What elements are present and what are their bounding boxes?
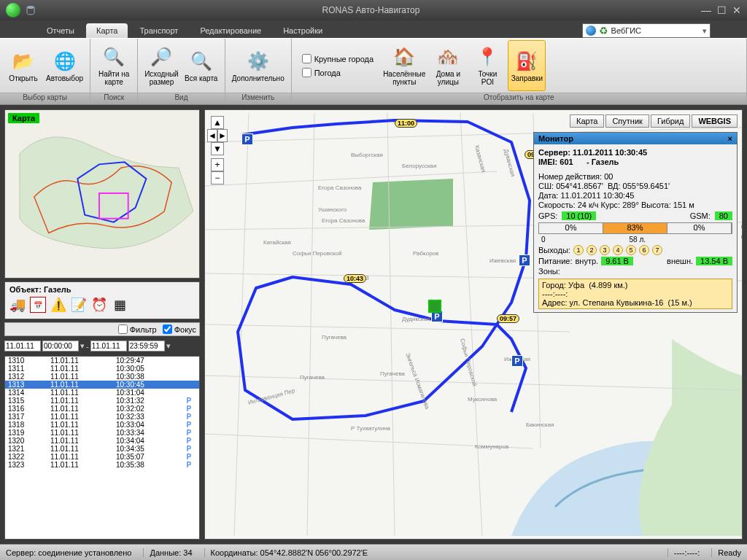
fuel-button[interactable]: ⛽ Заправки [508, 40, 546, 91]
tab-settings[interactable]: Настройки [273, 23, 333, 38]
zoom-fit-icon: 🔍 [190, 50, 213, 73]
big-cities-checkbox[interactable]: Крупные города [302, 54, 374, 63]
status-data: Данные: 34 [143, 548, 192, 557]
event-row[interactable]: 131011.01.1110:29:47 [5, 357, 199, 365]
gear-icon: ⚙️ [247, 50, 270, 73]
maptype-hybrid[interactable]: Гибрид [651, 114, 690, 128]
events-list[interactable]: 131011.01.1110:29:47131111.01.1110:30:05… [4, 356, 200, 540]
status-dashes: ----:----: [667, 548, 700, 557]
event-row[interactable]: 131611.01.1110:32:02P [5, 405, 199, 413]
original-size-button[interactable]: 🔎 Исходный размер [142, 40, 181, 91]
event-row[interactable]: 132111.01.1110:34:35P [5, 445, 199, 453]
monitor-title: Монитор [538, 134, 573, 143]
tab-map[interactable]: Карта [86, 23, 128, 38]
pan-right-button[interactable]: ► [217, 129, 228, 142]
alert-icon[interactable]: ⚠️ [50, 297, 66, 313]
grid-icon[interactable]: ▦ [112, 297, 128, 313]
tab-editing[interactable]: Редактирование [190, 23, 271, 38]
svg-text:Ушинского: Ушинского [318, 206, 347, 213]
status-bar: Сервер: соединение установлено Данные: 3… [0, 544, 747, 560]
svg-text:Р Тухватулина: Р Тухватулина [351, 425, 391, 432]
svg-text:Белорусская: Белорусская [402, 163, 436, 169]
overview-map[interactable]: Карта [4, 109, 200, 279]
focus-checkbox[interactable]: Фокус [163, 324, 196, 334]
webgis-selector[interactable]: ♻ ВебГИС ▾ [582, 23, 711, 38]
calendar-icon[interactable]: 📅 [30, 297, 46, 313]
event-row[interactable]: 131211.01.1110:30:38 [5, 373, 199, 381]
svg-text:Рабкоров: Рабкоров [413, 250, 438, 257]
event-row[interactable]: 131811.01.1110:33:04P [5, 421, 199, 429]
minimap-badge: Карта [8, 113, 39, 123]
event-row[interactable]: 132311.01.1110:35:38P [5, 461, 199, 469]
minimize-button[interactable]: — [701, 4, 711, 16]
time-from[interactable] [42, 341, 79, 351]
autoselect-button[interactable]: 🌐 Автовыбор [44, 40, 85, 91]
maximize-button[interactable]: ☐ [717, 4, 727, 16]
zoom-out-button[interactable]: − [211, 171, 224, 184]
notes-icon[interactable]: 📝 [71, 297, 87, 313]
qat-db-icon[interactable] [25, 4, 36, 16]
svg-text:Пугачева: Пугачева [300, 374, 325, 381]
app-orb-icon[interactable] [6, 3, 20, 18]
vehicle-icon[interactable] [428, 300, 441, 313]
time-to[interactable] [128, 341, 165, 351]
parking-icon: P [511, 355, 523, 367]
status-coords: Координаты: 054°42.8882'N 056°00.2972'E [204, 548, 656, 557]
whole-map-button[interactable]: 🔍 Вся карта [182, 40, 220, 91]
ribbon-group-label: Выбор карты [0, 93, 90, 104]
more-button[interactable]: ⚙️ Дополнительно [230, 40, 287, 91]
towns-button[interactable]: 🏠 Населённые пункты [381, 40, 427, 91]
svg-text:Егора Сазонова: Егора Сазонова [322, 217, 365, 224]
svg-text:Софьи Перовской: Софьи Перовской [293, 250, 341, 257]
streets-button[interactable]: 🏘️ Дома и улицы [429, 40, 467, 91]
maptype-satellite[interactable]: Спутник [605, 114, 649, 128]
maptype-webgis[interactable]: WEBGIS [692, 114, 738, 128]
ribbon-group-label: Поиск [90, 93, 137, 104]
event-row[interactable]: 131511.01.1110:31:32P [5, 397, 199, 405]
ribbon-group-label: Изменить [225, 93, 291, 104]
event-row[interactable]: 131911.01.1110:33:34P [5, 429, 199, 437]
svg-text:Бакинская: Бакинская [526, 421, 554, 428]
status-server: Сервер: соединение установлено [6, 548, 131, 557]
event-row[interactable]: 132011.01.1110:34:04P [5, 437, 199, 445]
recycle-icon: ♻ [599, 25, 608, 36]
map-zoom-controls: ▲ ◄ ► ▼ + − [211, 116, 224, 184]
event-row[interactable]: 131311.01.1110:30:45 [5, 381, 199, 389]
parking-icon: P [241, 133, 253, 145]
weather-checkbox[interactable]: Погода [302, 68, 374, 77]
pan-up-button[interactable]: ▲ [211, 116, 224, 129]
pan-left-button[interactable]: ◄ [207, 129, 217, 142]
monitor-panel[interactable]: Монитор × Сервер: 11.01.2011 10:30:45 IM… [533, 132, 738, 313]
find-on-map-button[interactable]: 🔍 Найти на карте [95, 40, 133, 91]
svg-text:Муксинова: Муксинова [468, 396, 498, 402]
status-ready: Ready [711, 548, 741, 557]
event-row[interactable]: 131411.01.1110:31:04 [5, 389, 199, 397]
globe-icon [586, 26, 596, 36]
clock-icon[interactable]: ⏰ [91, 297, 107, 313]
open-button[interactable]: 📂 Открыть [4, 40, 42, 91]
maptype-map[interactable]: Карта [570, 114, 604, 128]
svg-text:Выборгская: Выборгская [351, 152, 383, 158]
webgis-label: ВебГИС [611, 26, 641, 35]
ribbon-group-label: Отобразить на карте [292, 93, 746, 104]
date-to[interactable] [90, 341, 127, 351]
time-badge: 11:00 [395, 119, 417, 128]
event-row[interactable]: 131711.01.1110:32:33P [5, 413, 199, 421]
svg-text:Пугачева: Пугачева [322, 334, 347, 341]
main-map[interactable]: Выборгская Белорусская Егора Сазонова Уш… [204, 109, 743, 540]
title-bar: RONAS Авто-Навигатор — ☐ ✕ [0, 0, 747, 20]
house-icon: 🏠 [392, 45, 416, 69]
event-row[interactable]: 132211.01.1110:35:07P [5, 453, 199, 461]
close-button[interactable]: ✕ [732, 4, 741, 16]
zoom-in-button[interactable]: + [211, 158, 224, 171]
event-row[interactable]: 131111.01.1110:30:05 [5, 365, 199, 373]
tab-transport[interactable]: Транспорт [129, 23, 188, 38]
filter-checkbox[interactable]: Фильтр [118, 324, 157, 334]
buildings-icon: 🏘️ [436, 45, 460, 69]
date-from[interactable] [4, 341, 41, 351]
poi-button[interactable]: 📍 Точки POI [468, 40, 506, 91]
pan-down-button[interactable]: ▼ [211, 142, 224, 155]
tab-reports[interactable]: Отчеты [36, 23, 85, 38]
monitor-close-icon[interactable]: × [728, 134, 732, 143]
truck-icon[interactable]: 🚚 [9, 297, 26, 313]
